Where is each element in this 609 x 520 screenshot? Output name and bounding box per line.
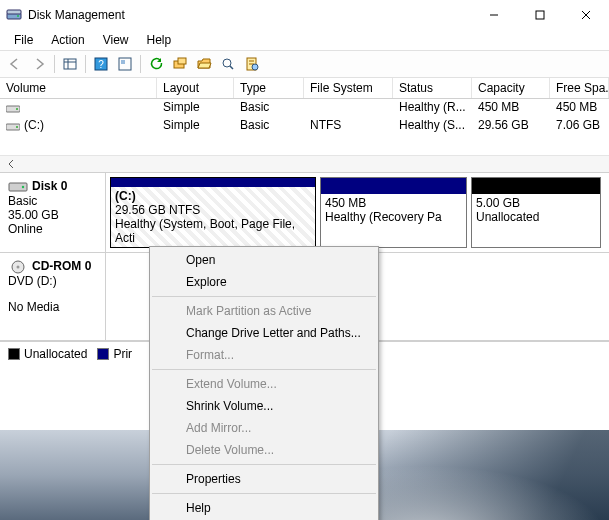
partition-c[interactable]: (C:) 29.56 GB NTFS Healthy (System, Boot… xyxy=(110,177,316,248)
svg-rect-15 xyxy=(178,58,186,64)
disk-info[interactable]: CD-ROM 0 DVD (D:) No Media xyxy=(0,253,106,340)
disk-name: Disk 0 xyxy=(32,179,67,193)
svg-point-29 xyxy=(17,265,20,268)
ctx-extend-volume[interactable]: Extend Volume... xyxy=(150,373,378,395)
disk-size: 35.00 GB xyxy=(8,208,97,222)
partition-status: Healthy (System, Boot, Page File, Acti xyxy=(115,217,311,245)
volume-list: Simple Basic Healthy (R... 450 MB 450 MB… xyxy=(0,99,609,155)
menu-file[interactable]: File xyxy=(6,31,41,49)
legend-unallocated: Unallocated xyxy=(8,347,87,361)
col-status[interactable]: Status xyxy=(393,78,472,98)
cell-type: Basic xyxy=(234,117,304,135)
svg-point-25 xyxy=(16,126,18,128)
svg-text:?: ? xyxy=(98,59,104,70)
cell-status: Healthy (S... xyxy=(393,117,472,135)
horizontal-scrollbar[interactable] xyxy=(0,155,609,172)
volume-row[interactable]: Simple Basic Healthy (R... 450 MB 450 MB xyxy=(0,99,609,117)
partition-stripe-primary xyxy=(111,178,315,187)
partition-unallocated[interactable]: 5.00 GB Unallocated xyxy=(471,177,601,248)
partition-stripe-unallocated xyxy=(472,178,600,194)
svg-rect-26 xyxy=(9,183,27,191)
titlebar: Disk Management xyxy=(0,0,609,30)
swatch-unallocated-icon xyxy=(8,348,20,360)
settings-icon[interactable] xyxy=(114,53,136,75)
volume-row[interactable]: (C:) Simple Basic NTFS Healthy (S... 29.… xyxy=(0,117,609,135)
svg-point-2 xyxy=(17,15,19,17)
help-icon[interactable]: ? xyxy=(90,53,112,75)
cell-layout: Simple xyxy=(157,117,234,135)
ctx-separator xyxy=(152,369,376,370)
legend-primary: Prir xyxy=(97,347,132,361)
menu-view[interactable]: View xyxy=(95,31,137,49)
cell-type: Basic xyxy=(234,99,304,117)
svg-point-23 xyxy=(16,108,18,110)
col-layout[interactable]: Layout xyxy=(157,78,234,98)
disk-name: CD-ROM 0 xyxy=(32,259,91,273)
ctx-shrink-volume[interactable]: Shrink Volume... xyxy=(150,395,378,417)
disk-state: No Media xyxy=(8,300,97,314)
show-hide-pane-icon[interactable] xyxy=(59,53,81,75)
partition-size: 450 MB xyxy=(325,196,462,210)
svg-rect-1 xyxy=(7,10,21,14)
disk-row: Disk 0 Basic 35.00 GB Online (C:) 29.56 … xyxy=(0,173,609,253)
scroll-left-icon[interactable] xyxy=(2,157,19,172)
ctx-separator xyxy=(152,296,376,297)
partition-status: Unallocated xyxy=(476,210,596,224)
disk-type: DVD (D:) xyxy=(8,274,97,288)
maximize-button[interactable] xyxy=(517,0,563,29)
cell-capacity: 29.56 GB xyxy=(472,117,550,135)
drive-icon xyxy=(6,121,20,131)
search-icon[interactable] xyxy=(217,53,239,75)
partition-recovery[interactable]: 450 MB Healthy (Recovery Pa xyxy=(320,177,467,248)
open-icon[interactable] xyxy=(193,53,215,75)
rescan-icon[interactable] xyxy=(169,53,191,75)
svg-point-16 xyxy=(223,59,231,67)
forward-button[interactable] xyxy=(28,53,50,75)
disk-state: Online xyxy=(8,222,97,236)
col-volume[interactable]: Volume xyxy=(0,78,157,98)
ctx-open[interactable]: Open xyxy=(150,249,378,271)
ctx-properties[interactable]: Properties xyxy=(150,468,378,490)
refresh-icon[interactable] xyxy=(145,53,167,75)
ctx-mark-active[interactable]: Mark Partition as Active xyxy=(150,300,378,322)
back-button[interactable] xyxy=(4,53,26,75)
cdrom-icon xyxy=(8,260,28,274)
svg-line-17 xyxy=(230,66,233,69)
col-type[interactable]: Type xyxy=(234,78,304,98)
disk-management-icon xyxy=(6,7,22,23)
cell-fs: NTFS xyxy=(304,117,393,135)
window-title: Disk Management xyxy=(28,8,471,22)
context-menu: Open Explore Mark Partition as Active Ch… xyxy=(149,246,379,520)
menu-action[interactable]: Action xyxy=(43,31,92,49)
svg-rect-7 xyxy=(64,59,76,69)
close-button[interactable] xyxy=(563,0,609,29)
properties-icon[interactable] xyxy=(241,53,263,75)
ctx-change-drive-letter[interactable]: Change Drive Letter and Paths... xyxy=(150,322,378,344)
minimize-button[interactable] xyxy=(471,0,517,29)
cell-free: 450 MB xyxy=(550,99,609,117)
partition-label: (C:) xyxy=(115,189,311,203)
ctx-separator xyxy=(152,464,376,465)
hard-disk-icon xyxy=(8,180,28,194)
menubar: File Action View Help xyxy=(0,30,609,50)
ctx-add-mirror[interactable]: Add Mirror... xyxy=(150,417,378,439)
ctx-format[interactable]: Format... xyxy=(150,344,378,366)
ctx-explore[interactable]: Explore xyxy=(150,271,378,293)
cell-capacity: 450 MB xyxy=(472,99,550,117)
svg-point-27 xyxy=(22,186,24,188)
col-freespace[interactable]: Free Spa... xyxy=(550,78,609,98)
ctx-help[interactable]: Help xyxy=(150,497,378,519)
partition-stripe-primary xyxy=(321,178,466,194)
col-filesystem[interactable]: File System xyxy=(304,78,393,98)
disk-info[interactable]: Disk 0 Basic 35.00 GB Online xyxy=(0,173,106,252)
ctx-delete-volume[interactable]: Delete Volume... xyxy=(150,439,378,461)
disk-type: Basic xyxy=(8,194,97,208)
cell-layout: Simple xyxy=(157,99,234,117)
cell-volume: (C:) xyxy=(24,118,44,132)
col-capacity[interactable]: Capacity xyxy=(472,78,550,98)
swatch-primary-icon xyxy=(97,348,109,360)
cell-status: Healthy (R... xyxy=(393,99,472,117)
menu-help[interactable]: Help xyxy=(139,31,180,49)
partition-status: Healthy (Recovery Pa xyxy=(325,210,462,224)
svg-rect-4 xyxy=(536,11,544,19)
